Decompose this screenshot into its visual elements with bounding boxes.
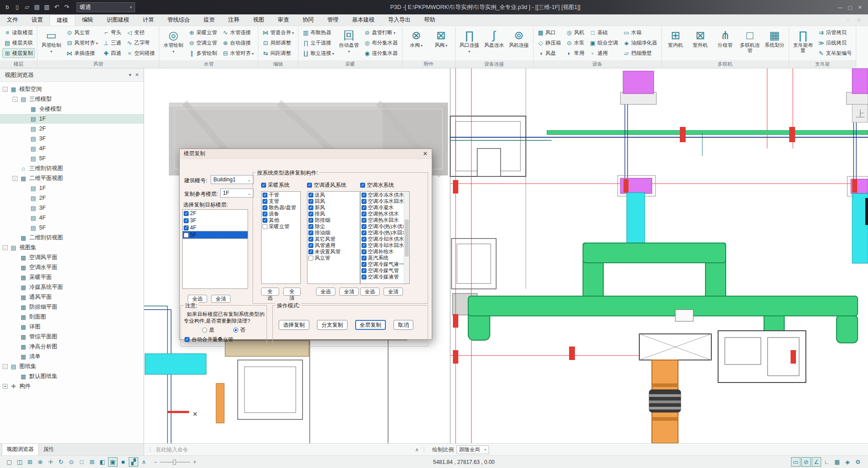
ribbon-button[interactable]: ◐ 常用 bbox=[564, 48, 586, 58]
radio-yes[interactable]: 是 bbox=[202, 326, 214, 334]
settings-gear-icon[interactable]: ⚙ bbox=[853, 457, 863, 467]
checkbox[interactable] bbox=[262, 205, 267, 210]
checkbox[interactable] bbox=[362, 262, 366, 267]
ribbon-button[interactable]: ⋈ 承插连接 bbox=[64, 48, 99, 58]
command-input[interactable]: 在此输入命令 bbox=[156, 446, 408, 454]
ribbon-button[interactable]: □ 基础 bbox=[588, 27, 620, 37]
system-item[interactable]: 干管 bbox=[262, 192, 300, 198]
ribbon-button[interactable]: 回 自动盘管 bbox=[337, 27, 361, 55]
system-select-all-button[interactable]: 全选 bbox=[360, 288, 380, 296]
checkbox[interactable] bbox=[261, 183, 266, 188]
target-floor-item[interactable]: 4F bbox=[183, 224, 248, 231]
ribbon-button[interactable]: ◇ 静压箱 bbox=[536, 38, 563, 48]
checkbox[interactable] bbox=[308, 256, 313, 261]
checkbox[interactable] bbox=[308, 237, 313, 242]
tree-item[interactable]: ▩ 默认图纸集 bbox=[0, 371, 144, 381]
ribbon-button[interactable]: ◁ 变径 bbox=[124, 27, 157, 37]
checkbox[interactable] bbox=[184, 233, 189, 238]
system-item[interactable]: 空调冷却水供水 bbox=[361, 236, 409, 242]
ribbon-button[interactable]: ◉ 连分集水器 bbox=[362, 48, 400, 58]
tree-item[interactable]: - ▤ 视图集 bbox=[0, 243, 144, 252]
menu-item[interactable]: 基本建模 bbox=[345, 14, 381, 26]
checkbox[interactable] bbox=[262, 193, 267, 198]
system-select-all-button[interactable]: 全选 bbox=[316, 288, 335, 296]
menu-item[interactable]: 设置 bbox=[25, 14, 50, 26]
tree-item[interactable]: ▤ 5F bbox=[0, 153, 144, 163]
view-cube-wire-icon[interactable]: □ bbox=[77, 457, 86, 467]
checkbox[interactable] bbox=[308, 230, 313, 235]
menu-item[interactable]: 建模 bbox=[50, 14, 75, 26]
ortho-icon[interactable]: ∟ bbox=[822, 457, 832, 467]
reference-floor-select[interactable]: 1F⌄ bbox=[220, 189, 254, 198]
system-item[interactable]: 其它风管 bbox=[307, 236, 360, 242]
ribbon-button[interactable]: ≫ 沿线拷贝 bbox=[816, 38, 854, 48]
system-item[interactable]: 空调热水回水 bbox=[361, 217, 409, 223]
new-window-icon[interactable]: ⊞ bbox=[25, 457, 35, 467]
ribbon-button[interactable]: ✚ 四通 bbox=[101, 48, 123, 58]
mode-button[interactable]: 全层复制 bbox=[355, 320, 386, 330]
tree-item[interactable]: ▩ 空调水平面 bbox=[0, 262, 144, 272]
menu-item[interactable]: 编辑 bbox=[75, 14, 100, 26]
system-select-all-button[interactable]: 全选 bbox=[261, 288, 279, 296]
panel-close-icon[interactable]: ✕ bbox=[135, 72, 139, 78]
tile-windows-icon[interactable]: ◫ bbox=[15, 457, 24, 467]
tree-toggle[interactable]: - bbox=[3, 245, 8, 250]
ribbon-button[interactable]: ⊕ 采暖立管 bbox=[186, 27, 219, 37]
system-item[interactable]: 设备 bbox=[262, 211, 300, 217]
system-item[interactable]: 风管通用 bbox=[307, 242, 360, 248]
tree-item[interactable]: + ✚ 构件 bbox=[0, 381, 144, 391]
checkbox[interactable] bbox=[307, 183, 312, 188]
building-select[interactable]: Building1⌄ bbox=[211, 175, 254, 184]
tree-toggle[interactable]: + bbox=[3, 384, 8, 389]
visual-style-icon[interactable]: ■ bbox=[118, 457, 128, 467]
system-item[interactable]: 空调热水供水 bbox=[361, 211, 409, 217]
system-item[interactable]: 空调冷冻水回水 bbox=[361, 198, 409, 204]
ribbon-button[interactable]: ≡ 读取楼层 bbox=[2, 27, 35, 37]
panel-tab[interactable]: 视图浏览器 bbox=[2, 443, 39, 455]
merge-risers-checkbox[interactable]: 自动合并重叠立管 bbox=[185, 336, 267, 343]
panel-menu-icon[interactable]: ▾ bbox=[129, 72, 131, 78]
system-header[interactable]: 空调水系统 bbox=[360, 181, 410, 189]
checkbox[interactable] bbox=[362, 249, 366, 254]
checkbox[interactable] bbox=[184, 211, 189, 216]
system-item[interactable]: 空调冷凝水 bbox=[361, 204, 409, 211]
tree-item[interactable]: ▤ 2F bbox=[0, 193, 144, 203]
ribbon-button[interactable]: ⊠ 室外机 bbox=[689, 27, 712, 49]
target-floor-item[interactable]: 2F bbox=[183, 210, 248, 217]
ribbon-button[interactable]: □ 多联机连管 bbox=[738, 27, 762, 54]
menu-item[interactable]: 识图建模 bbox=[100, 14, 136, 26]
system-item[interactable]: 新风 bbox=[307, 204, 360, 211]
ribbon-button[interactable]: ⊞ 室内机 bbox=[664, 27, 687, 49]
panel-tab[interactable]: 属性 bbox=[39, 444, 59, 455]
ribbon-button[interactable]: ⊙ 风立管 bbox=[64, 27, 99, 37]
checkbox[interactable] bbox=[362, 218, 366, 223]
ribbon-button[interactable]: ∏ 支吊架布置 bbox=[791, 27, 815, 54]
checkbox[interactable] bbox=[308, 224, 313, 229]
tree-item[interactable]: ▩ 防排烟平面 bbox=[0, 302, 144, 312]
checkbox[interactable] bbox=[362, 199, 366, 204]
ribbon-button[interactable]: ✎ 支吊架编号 bbox=[816, 48, 854, 58]
ribbon-button[interactable]: ▫ 通用 bbox=[588, 48, 620, 58]
ribbon-button[interactable]: ∿ 乙字弯 bbox=[124, 38, 157, 48]
tree-toggle[interactable]: - bbox=[13, 97, 18, 102]
mode-button[interactable]: 选择复制 bbox=[279, 320, 309, 330]
ribbon-button[interactable]: ⊙ 水泵 bbox=[564, 38, 586, 48]
checkbox[interactable] bbox=[362, 268, 366, 273]
open-file-icon[interactable]: ▱ bbox=[23, 3, 32, 12]
tree-toggle[interactable]: - bbox=[3, 364, 8, 369]
tree-item[interactable]: ▤ 1F bbox=[0, 114, 144, 124]
checkbox[interactable] bbox=[308, 193, 313, 198]
menu-item[interactable]: 审查 bbox=[271, 14, 296, 26]
doc-restore-icon[interactable]: ▫ bbox=[844, 16, 853, 25]
tree-item[interactable]: ▩ 清单 bbox=[0, 351, 144, 361]
ribbon-button[interactable]: ≈ 空间搭接 bbox=[124, 48, 157, 58]
view-cube-axo-icon[interactable]: ⊞ bbox=[87, 457, 97, 467]
ribbon-button[interactable]: ◎ 风机 bbox=[564, 27, 586, 37]
system-item[interactable]: 空调冷媒气液一体 bbox=[361, 261, 409, 267]
system-item[interactable]: 未设置风管 bbox=[307, 248, 360, 255]
tree-item[interactable]: ▩ 详图 bbox=[0, 322, 144, 332]
ribbon-button[interactable]: ▱ 挡烟垂壁 bbox=[621, 48, 659, 58]
system-clear-all-button[interactable]: 全清 bbox=[283, 288, 301, 296]
menu-item[interactable]: 导入导出 bbox=[381, 14, 417, 26]
system-clear-all-button[interactable]: 全清 bbox=[339, 288, 359, 296]
